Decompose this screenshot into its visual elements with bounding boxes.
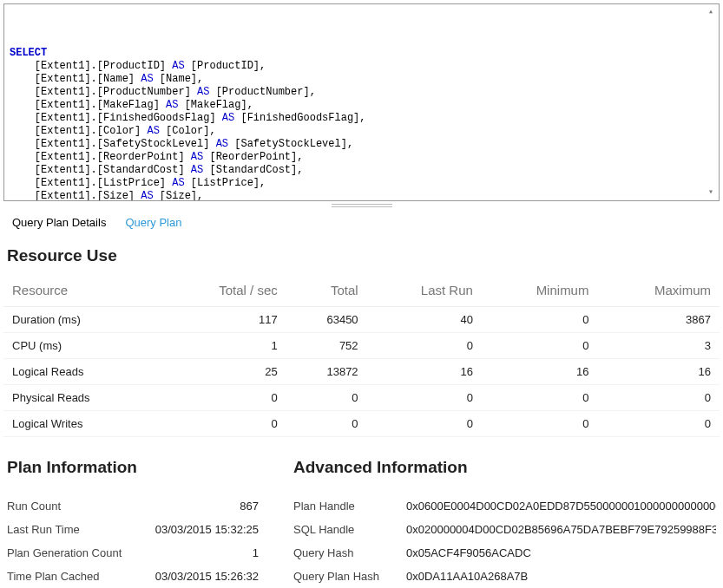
resource-value: 0 xyxy=(482,333,598,359)
resource-value: 0 xyxy=(367,411,482,437)
resource-value: 0 xyxy=(161,385,286,411)
plan-info-value: 867 xyxy=(240,500,259,513)
resource-value: 117 xyxy=(161,307,286,333)
advanced-info-row: Query Hash0x05ACF4F9056ACADC xyxy=(293,541,716,565)
resource-value: 0 xyxy=(482,307,598,333)
plan-info-value: 1 xyxy=(253,546,259,559)
resource-value: 0 xyxy=(597,411,720,437)
resource-value: 63450 xyxy=(286,307,367,333)
resource-value: 1 xyxy=(161,333,286,359)
table-row: Physical Reads00000 xyxy=(3,385,720,411)
resource-header: Resource xyxy=(3,278,161,307)
resource-value: 25 xyxy=(161,359,286,385)
resource-value: 752 xyxy=(286,333,367,359)
splitter-handle[interactable] xyxy=(332,204,392,207)
resource-value: 3867 xyxy=(597,307,720,333)
plan-info-key: Plan Generation Count xyxy=(7,546,122,559)
advanced-info-value: 0x0DA11AA10A268A7B xyxy=(406,570,716,583)
plan-information: Plan Information Run Count867Last Run Ti… xyxy=(7,458,259,588)
resource-value: 16 xyxy=(367,359,482,385)
scroll-down-icon[interactable]: ▾ xyxy=(705,186,717,199)
plan-info-row: Last Run Time03/03/2015 15:32:25 xyxy=(7,518,259,541)
sql-text-pane[interactable]: ▴ SELECT [Extent1].[ProductID] AS [Produ… xyxy=(3,3,720,201)
resource-label: Duration (ms) xyxy=(3,307,161,333)
plan-info-row: Time Plan Cached03/03/2015 15:26:32 xyxy=(7,565,259,588)
resource-header: Maximum xyxy=(597,278,720,307)
plan-information-heading: Plan Information xyxy=(7,458,259,477)
resource-label: Logical Reads xyxy=(3,359,161,385)
plan-info-row: Run Count867 xyxy=(7,494,259,518)
resource-value: 0 xyxy=(286,385,367,411)
table-row: Duration (ms)117634504003867 xyxy=(3,307,720,333)
tab-query-plan[interactable]: Query Plan xyxy=(125,214,181,231)
resource-header: Total / sec xyxy=(161,278,286,307)
advanced-info-row: Plan Handle0x0600E0004D00CD02A0EDD87D550… xyxy=(293,494,716,518)
resource-value: 0 xyxy=(367,333,482,359)
resource-value: 3 xyxy=(597,333,720,359)
table-row: Logical Reads2513872161616 xyxy=(3,359,720,385)
resource-value: 0 xyxy=(482,385,598,411)
resource-value: 40 xyxy=(367,307,482,333)
resource-value: 0 xyxy=(482,411,598,437)
advanced-info-row: Query Plan Hash0x0DA11AA10A268A7B xyxy=(293,565,716,588)
plan-info-row: Plan Generation Count1 xyxy=(7,541,259,565)
resource-header: Total xyxy=(286,278,367,307)
advanced-info-value: 0x020000004D00CD02B85696A75DA7BEBF79E792… xyxy=(406,523,716,536)
table-row: CPU (ms)1752003 xyxy=(3,333,720,359)
advanced-info-value: 0x05ACF4F9056ACADC xyxy=(406,546,716,559)
advanced-info-value: 0x0600E0004D00CD02A0EDD87D55000000100000… xyxy=(406,500,716,513)
resource-value: 16 xyxy=(597,359,720,385)
resource-header: Minimum xyxy=(482,278,598,307)
advanced-information: Advanced Information Plan Handle0x0600E0… xyxy=(293,458,716,588)
tab-query-plan-details[interactable]: Query Plan Details xyxy=(12,214,106,231)
resource-value: 0 xyxy=(286,411,367,437)
resource-value: 0 xyxy=(367,385,482,411)
advanced-information-heading: Advanced Information xyxy=(293,458,716,477)
plan-info-key: Time Plan Cached xyxy=(7,570,99,583)
resource-value: 16 xyxy=(482,359,598,385)
advanced-info-key: Query Plan Hash xyxy=(293,570,398,583)
plan-info-value: 03/03/2015 15:26:32 xyxy=(155,570,259,583)
resource-label: Physical Reads xyxy=(3,385,161,411)
resource-label: CPU (ms) xyxy=(3,333,161,359)
resource-label: Logical Writes xyxy=(3,411,161,437)
scroll-up-icon[interactable]: ▴ xyxy=(705,6,717,18)
resource-use-heading: Resource Use xyxy=(7,246,716,265)
table-row: Logical Writes00000 xyxy=(3,411,720,437)
resource-value: 13872 xyxy=(286,359,367,385)
advanced-info-key: Query Hash xyxy=(293,546,398,559)
resource-header: Last Run xyxy=(367,278,482,307)
plan-info-value: 03/03/2015 15:32:25 xyxy=(155,523,259,536)
tab-bar: Query Plan Details Query Plan xyxy=(3,214,720,231)
advanced-info-row: SQL Handle0x020000004D00CD02B85696A75DA7… xyxy=(293,518,716,541)
plan-info-key: Run Count xyxy=(7,500,61,513)
advanced-info-key: Plan Handle xyxy=(293,500,398,513)
resource-value: 0 xyxy=(597,385,720,411)
plan-info-key: Last Run Time xyxy=(7,523,80,536)
resource-use-table: ResourceTotal / secTotalLast RunMinimumM… xyxy=(3,278,720,437)
advanced-info-key: SQL Handle xyxy=(293,523,398,536)
resource-value: 0 xyxy=(161,411,286,437)
